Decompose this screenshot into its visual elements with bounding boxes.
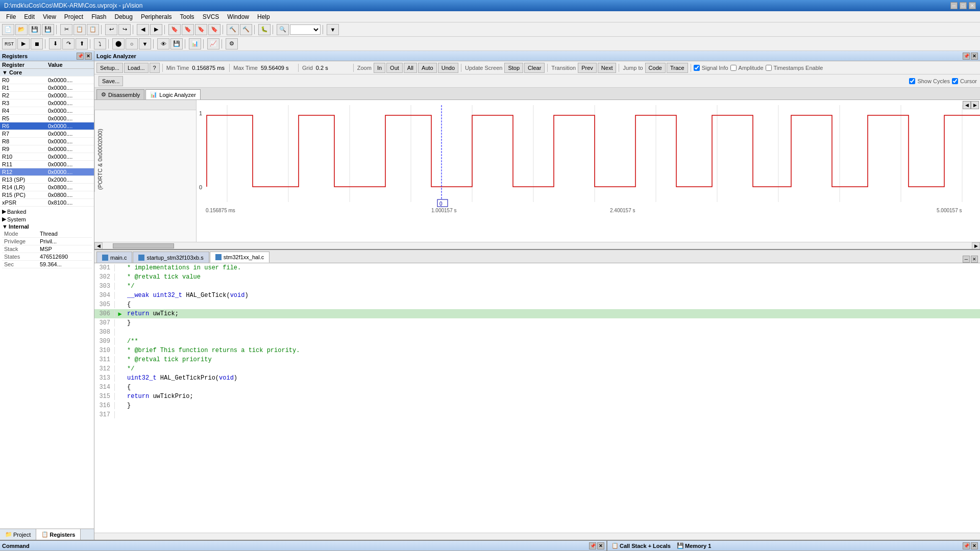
menu-help[interactable]: Help (253, 12, 274, 21)
more-btn[interactable]: ▼ (327, 24, 339, 35)
reg-xpsr[interactable]: xPSR0x8100.... (0, 199, 94, 207)
reg-r6[interactable]: R60x0000.... (0, 122, 94, 130)
next-button[interactable]: Next (598, 63, 617, 73)
menu-debug[interactable]: Debug (111, 12, 137, 21)
save-button[interactable]: 💾 (29, 24, 41, 35)
menu-edit[interactable]: Edit (20, 12, 39, 21)
copy-button[interactable]: 📋 (74, 24, 86, 35)
debug-btn[interactable]: 🐛 (258, 24, 271, 35)
bookmark3-btn[interactable]: 🔖 (195, 24, 207, 35)
reg-r14[interactable]: R14 (LR)0x0800.... (0, 184, 94, 191)
la-nav-right[interactable]: ▶ (971, 101, 979, 109)
logic-analyzer-btn[interactable]: 📊 (189, 38, 201, 49)
bookmark2-btn[interactable]: 🔖 (182, 24, 194, 35)
code-collapse-btn[interactable]: ─ (963, 256, 970, 263)
back-button[interactable]: ◀ (137, 24, 149, 35)
breakpoint-btn[interactable]: ⬤ (112, 38, 125, 49)
minimize-button[interactable]: ─ (950, 2, 958, 9)
tab-registers[interactable]: 📋 Registers (36, 529, 81, 540)
menu-file[interactable]: File (2, 12, 20, 21)
build-button[interactable]: 🔨 (227, 24, 239, 35)
reg-r7[interactable]: R70x0000.... (0, 130, 94, 138)
expand-system[interactable]: ▶ System (2, 215, 92, 223)
run-btn[interactable]: ▶ (17, 38, 30, 49)
reg-r12[interactable]: R120x0000.... (0, 168, 94, 176)
expand-internal[interactable]: ▼ Internal (2, 223, 92, 230)
la-load-button[interactable]: Load... (124, 63, 149, 73)
show-cycles-checkbox[interactable] (909, 78, 915, 84)
reg-r5[interactable]: R50x0000.... (0, 115, 94, 122)
code-scrollbar[interactable] (94, 533, 980, 540)
reg-r2[interactable]: R20x0000.... (0, 92, 94, 99)
save-all-button[interactable]: 💾 (42, 24, 54, 35)
step-into-btn[interactable]: ⬇ (49, 38, 61, 49)
callstack-close-button[interactable]: ✕ (971, 542, 978, 549)
expand-banked[interactable]: ▶ Banked (2, 208, 92, 215)
reg-r4[interactable]: R40x0000.... (0, 107, 94, 115)
menu-peripherals[interactable]: Peripherals (137, 12, 176, 21)
code-button[interactable]: Code (645, 63, 666, 73)
amplitude-checkbox[interactable] (730, 65, 737, 71)
stop-debug-btn[interactable]: ⏹ (31, 38, 43, 49)
redo-button[interactable]: ↪ (118, 24, 131, 35)
menu-window[interactable]: Window (223, 12, 253, 21)
exec-to-cursor-btn[interactable]: ⤵ (94, 38, 106, 49)
la-save-button[interactable]: Save... (99, 76, 123, 86)
find-btn[interactable]: 🔍 (277, 24, 289, 35)
reg-r3[interactable]: R30x0000.... (0, 99, 94, 107)
reg-r15[interactable]: R15 (PC)0x0800.... (0, 191, 94, 199)
la-clear-button[interactable]: Clear (524, 63, 545, 73)
prev-button[interactable]: Prev (578, 63, 597, 73)
la-waveform-area[interactable]: 1 0 (197, 100, 980, 242)
forward-button[interactable]: ▶ (150, 24, 162, 35)
zoom-all-button[interactable]: All (404, 63, 417, 73)
paste-button[interactable]: 📋 (87, 24, 99, 35)
signal-info-checkbox[interactable] (694, 65, 700, 71)
reg-r13[interactable]: R13 (SP)0x2000.... (0, 176, 94, 184)
reg-r1[interactable]: R10x0000.... (0, 84, 94, 92)
menu-project[interactable]: Project (60, 12, 87, 21)
la-close-button[interactable]: ✕ (971, 53, 978, 60)
menu-tools[interactable]: Tools (176, 12, 199, 21)
new-project-button[interactable]: 📄 (2, 24, 14, 35)
code-close-btn[interactable]: ✕ (971, 256, 978, 263)
reg-r9[interactable]: R90x0000.... (0, 145, 94, 153)
cursor-checkbox[interactable] (952, 78, 958, 84)
menu-view[interactable]: View (39, 12, 60, 21)
reset-btn[interactable]: RST (2, 38, 16, 49)
la-stop-button[interactable]: Stop (504, 63, 523, 73)
zoom-out-button[interactable]: Out (386, 63, 403, 73)
tab-logic-analyzer[interactable]: 📊 Logic Analyzer (145, 89, 201, 99)
registers-pin-button[interactable]: 📌 (77, 53, 84, 60)
open-button[interactable]: 📂 (15, 24, 28, 35)
la-nav-left[interactable]: ◀ (963, 101, 971, 109)
menu-svcs[interactable]: SVCS (199, 12, 224, 21)
bookmark-btn[interactable]: 🔖 (168, 24, 181, 35)
watch-window-btn[interactable]: 👁 (157, 38, 169, 49)
memory-btn[interactable]: 💾 (170, 38, 183, 49)
reg-r10[interactable]: R100x0000.... (0, 153, 94, 161)
maximize-button[interactable]: □ (960, 2, 967, 9)
settings-btn[interactable]: ⚙ (226, 38, 238, 49)
tab-main-c[interactable]: main.c (96, 252, 132, 263)
search-dropdown[interactable] (290, 24, 321, 35)
zoom-undo-button[interactable]: Undo (438, 63, 458, 73)
reg-r0[interactable]: R00x0000.... (0, 77, 94, 84)
build-all-button[interactable]: 🔨 (240, 24, 252, 35)
clear-bp-btn[interactable]: ○ (126, 38, 138, 49)
tab-disassembly[interactable]: ⚙ Disassembly (96, 89, 144, 99)
close-button[interactable]: ✕ (969, 2, 976, 9)
menu-flash[interactable]: Flash (87, 12, 110, 21)
command-pin-button[interactable]: 📌 (589, 542, 596, 549)
command-close-button[interactable]: ✕ (597, 542, 604, 549)
la-pin-button[interactable]: 📌 (963, 53, 970, 60)
bp-options-btn[interactable]: ▼ (139, 38, 151, 49)
tab-hal[interactable]: stm32f1xx_hal.c (210, 252, 270, 263)
scroll-right-btn[interactable]: ▶ (972, 242, 980, 249)
undo-button[interactable]: ↩ (105, 24, 117, 35)
reg-r11[interactable]: R110x0000.... (0, 161, 94, 168)
code-content[interactable]: 301 * implementations in user file. 302 … (94, 263, 980, 533)
la-setup-button[interactable]: Setup... (96, 63, 123, 73)
step-out-btn[interactable]: ⬆ (76, 38, 88, 49)
reg-r8[interactable]: R80x0000.... (0, 138, 94, 145)
